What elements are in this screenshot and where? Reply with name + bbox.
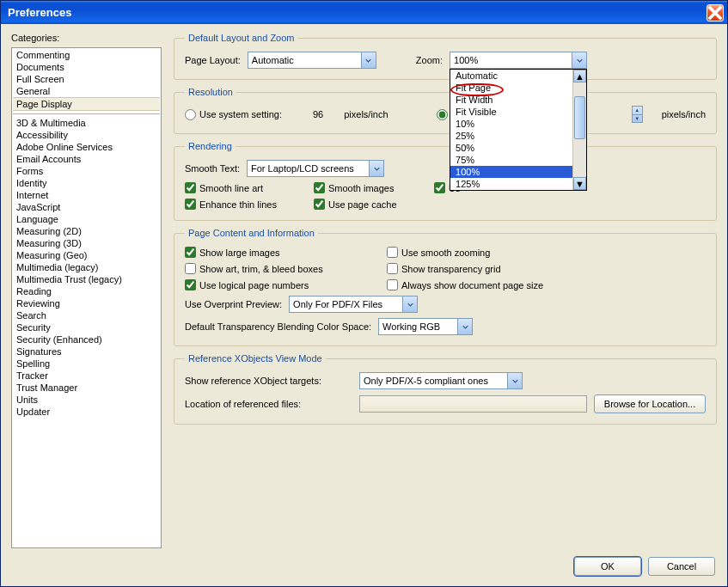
cancel-button[interactable]: Cancel <box>648 557 715 576</box>
zoom-option[interactable]: Fit Page <box>450 82 572 94</box>
always-show-size-check[interactable]: Always show document page size <box>387 279 543 290</box>
smooth-line-art-check[interactable]: Smooth line art <box>185 182 314 193</box>
category-item[interactable]: Measuring (3D) <box>13 237 160 249</box>
smooth-zooming-check[interactable]: Use smooth zooming <box>387 247 490 258</box>
overprint-label: Use Overprint Preview: <box>185 299 282 309</box>
show-art-boxes-check[interactable]: Show art, trim, & bleed boxes <box>185 263 387 274</box>
zoom-option[interactable]: 25% <box>450 130 572 142</box>
category-item[interactable]: Full Screen <box>13 73 160 85</box>
settings-panel: Default Layout and Zoom Page Layout: Aut… <box>174 33 717 548</box>
zoom-option[interactable]: 100% <box>450 166 572 178</box>
categories-panel: Categories: CommentingDocumentsFull Scre… <box>11 33 162 548</box>
chevron-down-icon <box>402 297 417 312</box>
use-system-radio[interactable]: Use system setting: <box>185 109 282 120</box>
blend-space-combo[interactable]: Working RGB <box>378 318 473 335</box>
system-dpi-value: 96 <box>313 109 323 119</box>
dropdown-scrollbar[interactable]: ▲ ▼ <box>572 70 586 190</box>
chevron-down-icon <box>369 161 383 176</box>
page-content-group: Page Content and Information Show large … <box>174 228 717 346</box>
category-item[interactable]: Commenting <box>13 49 160 61</box>
category-item[interactable]: General <box>13 85 160 97</box>
category-item[interactable]: Page Display <box>13 97 160 111</box>
category-item[interactable]: Documents <box>13 61 160 73</box>
category-item[interactable]: Language <box>13 213 160 225</box>
page-layout-label: Page Layout: <box>185 55 241 65</box>
xobject-targets-label: Show reference XObject targets: <box>185 376 352 386</box>
system-dpi-unit: pixels/inch <box>344 109 388 119</box>
window-title: Preferences <box>8 6 707 19</box>
xobjects-group: Reference XObjects View Mode Show refere… <box>174 353 717 425</box>
category-item[interactable]: Search <box>13 309 160 321</box>
category-item[interactable]: Multimedia Trust (legacy) <box>13 273 160 285</box>
zoom-option[interactable]: 75% <box>450 154 572 166</box>
resolution-legend: Resolution <box>185 87 236 97</box>
category-item[interactable]: Security <box>13 321 160 333</box>
rendering-legend: Rendering <box>185 141 236 151</box>
category-item[interactable]: Security (Enhanced) <box>13 333 160 345</box>
category-item[interactable]: Measuring (2D) <box>13 225 160 237</box>
titlebar: Preferences <box>1 1 727 24</box>
preferences-window: Preferences Categories: CommentingDocume… <box>0 0 728 587</box>
smooth-text-label: Smooth Text: <box>185 163 240 174</box>
category-item[interactable]: JavaScript <box>13 201 160 213</box>
categories-list[interactable]: CommentingDocumentsFull ScreenGeneralPag… <box>11 47 162 548</box>
use-page-cache-check[interactable]: Use page cache <box>314 199 397 210</box>
show-large-images-check[interactable]: Show large images <box>185 247 387 258</box>
blend-space-label: Default Transparency Blending Color Spac… <box>185 321 371 332</box>
category-item[interactable]: Multimedia (legacy) <box>13 261 160 273</box>
category-item[interactable]: Trust Manager <box>13 382 160 394</box>
page-layout-combo[interactable]: Automatic <box>248 52 376 69</box>
xobjects-legend: Reference XObjects View Mode <box>185 353 326 364</box>
category-item[interactable]: Reading <box>13 285 160 297</box>
ok-button[interactable]: OK <box>574 557 641 576</box>
category-item[interactable]: Tracker <box>13 370 160 382</box>
zoom-dropdown[interactable]: AutomaticFit PageFit WidthFit Visible10%… <box>450 69 587 191</box>
custom-dpi-unit: pixels/inch <box>662 109 706 119</box>
close-button[interactable] <box>707 4 724 21</box>
category-item[interactable]: Measuring (Geo) <box>13 249 160 261</box>
chevron-down-icon <box>507 373 522 388</box>
browse-location-button[interactable]: Browse for Location... <box>594 394 706 413</box>
chevron-down-icon <box>572 52 586 68</box>
smooth-images-check[interactable]: Smooth images <box>314 182 434 193</box>
resolution-group: Resolution Use system setting: 96 pixels… <box>174 87 717 134</box>
category-divider <box>13 113 160 114</box>
category-item[interactable]: Internet <box>13 189 160 201</box>
category-item[interactable]: Updater <box>13 406 160 418</box>
referenced-files-label: Location of referenced files: <box>185 399 352 409</box>
rendering-group: Rendering Smooth Text: For Laptop/LCD sc… <box>174 141 717 221</box>
page-content-legend: Page Content and Information <box>185 228 318 238</box>
category-item[interactable]: Signatures <box>13 345 160 358</box>
category-item[interactable]: Identity <box>13 177 160 189</box>
chevron-down-icon <box>361 52 376 68</box>
dialog-footer: OK Cancel <box>1 548 727 586</box>
category-item[interactable]: 3D & Multimedia <box>13 117 160 129</box>
logical-page-numbers-check[interactable]: Use logical page numbers <box>185 279 387 290</box>
chevron-down-icon <box>457 319 472 334</box>
category-item[interactable]: Spelling <box>13 358 160 370</box>
layout-zoom-legend: Default Layout and Zoom <box>185 33 298 43</box>
zoom-option[interactable]: Fit Visible <box>450 106 572 118</box>
category-item[interactable]: Reviewing <box>13 297 160 309</box>
category-item[interactable]: Forms <box>13 165 160 177</box>
zoom-option[interactable]: Fit Width <box>450 94 572 106</box>
category-item[interactable]: Units <box>13 394 160 406</box>
categories-label: Categories: <box>11 33 162 43</box>
category-item[interactable]: Email Accounts <box>13 153 160 165</box>
zoom-option[interactable]: 50% <box>450 142 572 154</box>
transparency-grid-check[interactable]: Show transparency grid <box>387 263 501 274</box>
zoom-option[interactable]: Automatic <box>450 70 572 82</box>
category-item[interactable]: Accessibility <box>13 129 160 141</box>
custom-dpi-spinner[interactable]: ▲▼ <box>632 106 643 123</box>
enhance-thin-lines-check[interactable]: Enhance thin lines <box>185 199 314 210</box>
zoom-option[interactable]: 10% <box>450 118 572 130</box>
layout-zoom-group: Default Layout and Zoom Page Layout: Aut… <box>174 33 717 80</box>
smooth-text-combo[interactable]: For Laptop/LCD screens <box>247 160 384 177</box>
referenced-files-path <box>359 395 587 413</box>
zoom-combo[interactable]: 100% <box>450 52 587 69</box>
overprint-combo[interactable]: Only For PDF/X Files <box>289 296 418 313</box>
zoom-option[interactable]: 125% <box>450 178 572 190</box>
category-item[interactable]: Adobe Online Services <box>13 141 160 153</box>
zoom-label: Zoom: <box>416 55 443 65</box>
xobject-targets-combo[interactable]: Only PDF/X-5 compliant ones <box>359 372 523 389</box>
